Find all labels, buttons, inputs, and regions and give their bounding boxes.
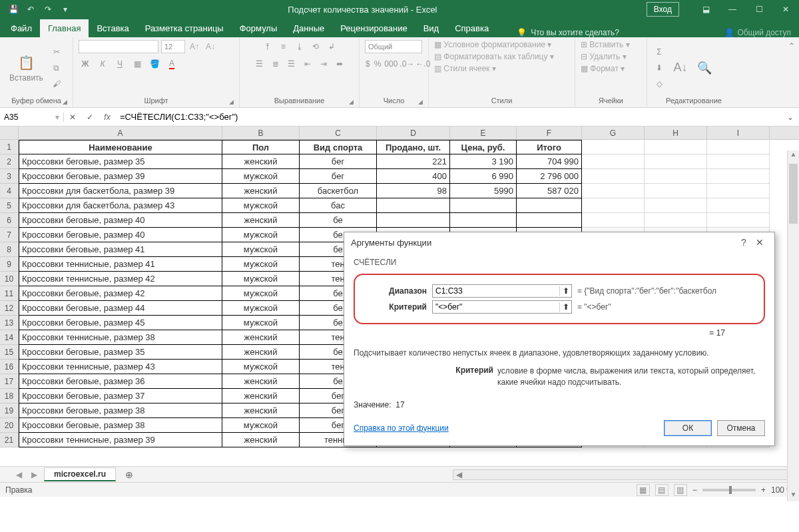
cell[interactable] [582,140,645,154]
wrap-text-icon[interactable]: ↲ [325,40,338,53]
cancel-button[interactable]: Отмена [717,420,765,436]
cell[interactable]: женский [222,345,300,360]
format-cells-button[interactable]: ▦ Формат ▾ [581,64,641,73]
grow-font-icon[interactable]: A↑ [188,40,201,53]
cell[interactable]: бас [300,198,377,213]
cell[interactable] [707,154,770,169]
insert-cells-button[interactable]: ⊞ Вставить ▾ [581,40,641,49]
expand-formula-icon[interactable]: ⌄ [782,113,799,122]
row-header[interactable]: 9 [0,257,19,272]
cell[interactable]: 3 190 [450,154,517,169]
cell[interactable]: Кроссовки беговые, размер 40 [19,228,222,242]
cell[interactable]: женский [222,374,300,389]
cell[interactable]: Цена, руб. [450,140,517,154]
cell[interactable]: 98 [377,184,450,198]
column-header[interactable]: D [377,127,450,139]
dialog-launcher-icon[interactable]: ◢ [229,99,234,105]
inc-decimal-icon[interactable]: .0→ [400,57,413,71]
delete-cells-button[interactable]: ⊟ Удалить ▾ [581,52,641,61]
orientation-icon[interactable]: ⟲ [309,40,322,53]
cell[interactable]: 2 796 000 [517,169,582,184]
cell[interactable]: Кроссовки для баскетбола, размер 39 [19,184,222,198]
row-header[interactable]: 5 [0,198,19,213]
cell[interactable] [582,154,645,169]
login-button[interactable]: Вход [647,2,679,17]
cell[interactable] [707,140,770,154]
formula-input[interactable] [116,112,782,122]
zoom-in-icon[interactable]: + [761,485,766,495]
cell[interactable]: Вид спорта [300,140,377,154]
cell[interactable]: Кроссовки беговые, размер 44 [19,301,222,316]
scroll-down-icon[interactable]: ▼ [788,491,799,501]
align-bottom-icon[interactable]: ⭳ [293,40,306,53]
cell[interactable]: мужской [222,301,300,316]
cell[interactable]: 221 [377,154,450,169]
cell[interactable]: мужской [222,242,300,257]
cell[interactable]: Кроссовки беговые, размер 39 [19,169,222,184]
cell[interactable]: женский [222,184,300,198]
row-header[interactable]: 13 [0,316,19,330]
cell[interactable] [707,184,770,198]
find-icon[interactable]: 🔍 [695,59,714,77]
indent-inc-icon[interactable]: ⇥ [317,57,330,71]
column-header[interactable]: C [300,127,377,139]
add-sheet-icon[interactable]: ⊕ [120,469,138,480]
cell[interactable]: Кроссовки беговые, размер 35 [19,154,222,169]
cell[interactable]: мужской [222,257,300,272]
cell[interactable]: бег [300,154,377,169]
cell[interactable]: Продано, шт. [377,140,450,154]
tell-me[interactable]: 💡 Что вы хотите сделать? [517,28,619,37]
arg1-input[interactable] [433,286,559,296]
cell[interactable]: 704 990 [517,154,582,169]
row-header[interactable]: 1 [0,140,19,154]
cell[interactable] [377,198,450,213]
cell[interactable]: мужской [222,272,300,286]
row-header[interactable]: 14 [0,330,19,345]
range-select-icon[interactable]: ⬆ [559,286,571,296]
cell[interactable]: мужской [222,228,300,242]
vertical-scrollbar[interactable]: ▲ ▼ [787,150,799,501]
zoom-slider[interactable] [702,489,756,491]
row-header[interactable]: 3 [0,169,19,184]
cell[interactable]: Итого [517,140,582,154]
format-as-table-button[interactable]: ▤ Форматировать как таблицу ▾ [434,52,569,61]
cell[interactable] [582,213,645,228]
normal-view-icon[interactable]: ▦ [637,484,650,496]
format-painter-icon[interactable]: 🖌 [50,77,63,91]
cell[interactable] [645,213,707,228]
cut-icon[interactable]: ✂ [50,45,63,59]
cell[interactable]: 5990 [450,184,517,198]
dialog-launcher-icon[interactable]: ◢ [349,99,354,105]
dialog-launcher-icon[interactable]: ◢ [63,99,67,105]
column-header[interactable]: E [450,127,517,139]
underline-icon[interactable]: Ч [113,57,127,71]
cell[interactable]: 6 990 [450,169,517,184]
cell[interactable]: Кроссовки беговые, размер 45 [19,316,222,330]
cell[interactable]: женский [222,154,300,169]
minimize-icon[interactable]: — [719,0,746,19]
page-layout-view-icon[interactable]: ▤ [655,484,668,496]
cell[interactable] [450,198,517,213]
dialog-help-icon[interactable]: ? [736,237,752,248]
cell[interactable] [707,213,770,228]
cell[interactable]: Кроссовки теннисные, размер 41 [19,257,222,272]
cancel-formula-icon[interactable]: ✕ [64,113,81,122]
tab-review[interactable]: Рецензирование [332,19,415,37]
fill-icon[interactable]: ⬇ [653,61,666,75]
cell[interactable]: Кроссовки теннисные, размер 38 [19,330,222,345]
cell[interactable] [582,169,645,184]
cell[interactable]: Наименование [19,140,222,154]
redo-icon[interactable]: ↷ [40,2,56,17]
align-center-icon[interactable]: ≣ [269,57,282,71]
cell[interactable]: 400 [377,169,450,184]
cell[interactable] [517,198,582,213]
tab-view[interactable]: Вид [415,19,447,37]
cell[interactable]: женский [222,213,300,228]
save-icon[interactable]: 💾 [5,2,21,17]
row-header[interactable]: 18 [0,389,19,403]
cell[interactable]: Кроссовки для баскетбола, размер 43 [19,198,222,213]
tab-formulas[interactable]: Формулы [232,19,286,37]
cell[interactable] [450,213,517,228]
horizontal-scrollbar[interactable]: ◀ ▶ [453,469,799,480]
cell[interactable]: Кроссовки теннисные, размер 43 [19,360,222,374]
